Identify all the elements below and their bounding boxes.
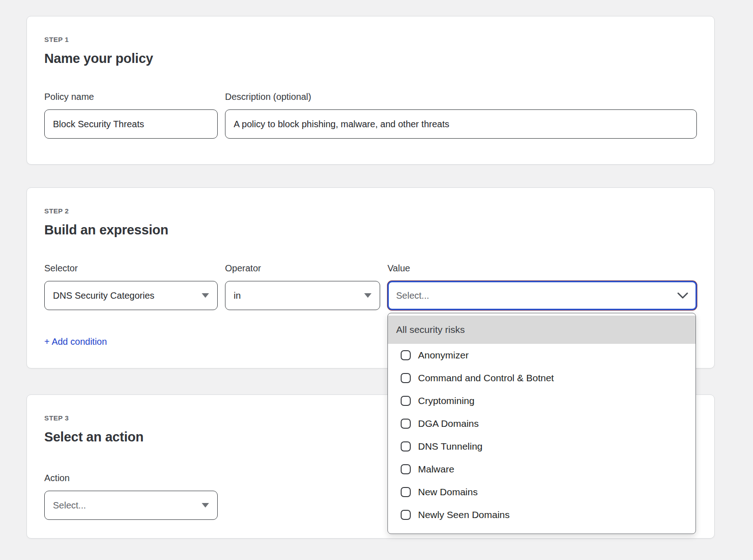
step1-title: Name your policy	[44, 50, 697, 67]
checkbox[interactable]	[401, 350, 411, 360]
policy-name-input[interactable]	[44, 109, 218, 139]
dropdown-option-label: DNS Tunneling	[418, 441, 482, 452]
value-dropdown-panel: All security risks Anonymizer Command an…	[387, 313, 696, 534]
card-step-1: STEP 1 Name your policy Policy name Desc…	[26, 16, 715, 165]
operator-select[interactable]: in	[225, 281, 380, 310]
dropdown-option-newly-seen-domains[interactable]: Newly Seen Domains	[388, 503, 695, 526]
step1-label: STEP 1	[44, 36, 697, 44]
selector-label: Selector	[44, 263, 218, 274]
dropdown-option-label: Newly Seen Domains	[418, 509, 510, 520]
selector-select-value: DNS Security Categories	[53, 290, 154, 301]
checkbox[interactable]	[401, 373, 411, 383]
checkbox[interactable]	[401, 464, 411, 474]
add-condition-link[interactable]: + Add condition	[44, 337, 107, 347]
dropdown-option-label: DGA Domains	[418, 418, 479, 429]
dropdown-option-label: Command and Control & Botnet	[418, 373, 554, 384]
triangle-down-icon	[202, 503, 209, 508]
dropdown-option-dns-tunneling[interactable]: DNS Tunneling	[388, 435, 695, 458]
dropdown-option-new-domains[interactable]: New Domains	[388, 481, 695, 503]
dropdown-option-anonymizer[interactable]: Anonymizer	[388, 344, 695, 367]
checkbox[interactable]	[401, 487, 411, 497]
checkbox[interactable]	[401, 441, 411, 451]
checkbox[interactable]	[401, 419, 411, 429]
action-label: Action	[44, 472, 218, 483]
checkbox[interactable]	[401, 396, 411, 406]
dropdown-option-dga-domains[interactable]: DGA Domains	[388, 412, 695, 435]
dropdown-option-command-and-control[interactable]: Command and Control & Botnet	[388, 367, 695, 389]
value-label: Value	[387, 263, 697, 274]
checkbox[interactable]	[401, 510, 411, 520]
dropdown-option-label: Cryptomining	[418, 395, 475, 406]
action-select-placeholder: Select...	[53, 500, 86, 511]
card-step-2: STEP 2 Build an expression Selector DNS …	[26, 187, 715, 368]
action-select[interactable]: Select...	[44, 491, 218, 520]
step2-label: STEP 2	[44, 207, 697, 215]
dropdown-option-label: Malware	[418, 464, 454, 475]
triangle-down-icon	[364, 293, 371, 298]
value-multiselect[interactable]: Select...	[387, 281, 697, 310]
dropdown-option-cryptomining[interactable]: Cryptomining	[388, 389, 695, 412]
dropdown-option-label: New Domains	[418, 487, 478, 498]
description-input[interactable]	[225, 109, 697, 139]
dropdown-option-label: Anonymizer	[418, 350, 469, 361]
selector-select[interactable]: DNS Security Categories	[44, 281, 218, 310]
description-label: Description (optional)	[225, 91, 697, 102]
value-select-placeholder: Select...	[396, 290, 429, 301]
chevron-down-icon	[677, 292, 688, 299]
operator-select-value: in	[234, 290, 241, 301]
policy-name-label: Policy name	[44, 91, 218, 102]
triangle-down-icon	[202, 293, 209, 298]
operator-label: Operator	[225, 263, 380, 274]
step2-title: Build an expression	[44, 222, 697, 238]
policy-builder-page: STEP 1 Name your policy Policy name Desc…	[0, 0, 753, 539]
dropdown-group-header: All security risks	[388, 316, 695, 344]
dropdown-option-malware[interactable]: Malware	[388, 458, 695, 481]
